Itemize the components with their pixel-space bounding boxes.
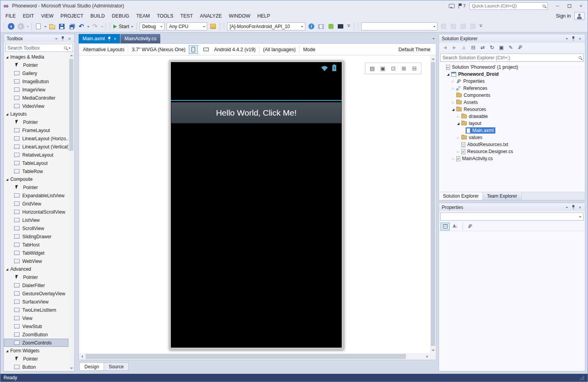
properties-icon[interactable] bbox=[516, 43, 524, 52]
toolbox-item-pointer[interactable]: Pointer bbox=[4, 355, 68, 363]
close-button[interactable]: × bbox=[575, 2, 587, 10]
zoom-in-icon[interactable]: ⊞ bbox=[400, 64, 408, 73]
scrollbar-thumb[interactable] bbox=[431, 62, 435, 346]
toolbox-item-zoombutton[interactable]: ZoomButton bbox=[4, 330, 68, 339]
menu-debug[interactable]: DEBUG bbox=[108, 12, 133, 20]
scroll-up-icon[interactable] bbox=[430, 56, 436, 62]
expander-icon[interactable]: ▷ bbox=[456, 150, 461, 154]
menu-window[interactable]: WINDOW bbox=[225, 12, 254, 20]
window-position-icon[interactable] bbox=[53, 36, 59, 41]
toolbox-item-gallery[interactable]: Gallery bbox=[4, 69, 68, 77]
toolbar-overflow-button[interactable] bbox=[478, 22, 484, 31]
toolbox-item-scrollview[interactable]: ScrollView bbox=[4, 224, 68, 232]
device-log-button[interactable] bbox=[336, 22, 345, 31]
menu-file[interactable]: FILE bbox=[2, 12, 19, 20]
new-file-dropdown[interactable] bbox=[43, 22, 47, 31]
tree-item-phoneword-droid[interactable]: ◢Phoneword_Droid bbox=[439, 71, 585, 78]
undo-dropdown[interactable] bbox=[86, 22, 90, 31]
toolbox-item-tabwidget[interactable]: TabWidget bbox=[4, 249, 68, 257]
toolbox-category-form-widgets[interactable]: ◢Form Widgets bbox=[4, 347, 68, 355]
pin-icon[interactable] bbox=[570, 36, 577, 41]
android-device-preview[interactable]: Hello World, Click Me! bbox=[169, 60, 344, 350]
expander-icon[interactable]: ▷ bbox=[456, 115, 461, 118]
tree-item-references[interactable]: ▷References bbox=[439, 85, 585, 92]
redo-dropdown[interactable] bbox=[100, 22, 104, 31]
open-file-button[interactable] bbox=[47, 22, 57, 31]
tree-item-resources[interactable]: ◢Resources bbox=[439, 106, 585, 113]
editor-horizontal-scrollbar[interactable] bbox=[79, 353, 430, 360]
start-debug-button[interactable]: Start bbox=[112, 24, 134, 29]
toolbox-item-zoomcontrols[interactable]: ZoomControls bbox=[4, 339, 68, 347]
toolbox-item-relativelayout[interactable]: RelativeLayout bbox=[4, 151, 68, 159]
resize-grip[interactable] bbox=[580, 375, 584, 380]
navigate-dropdown[interactable] bbox=[26, 22, 29, 31]
solution-explorer-search[interactable] bbox=[440, 54, 584, 62]
menu-test[interactable]: TEST bbox=[177, 12, 196, 20]
window-position-icon[interactable] bbox=[563, 36, 570, 41]
thumbnail-view-icon[interactable]: ▣ bbox=[378, 64, 387, 73]
expander-icon[interactable]: ▷ bbox=[451, 80, 455, 83]
mode-selector[interactable]: Mode bbox=[303, 47, 315, 52]
scroll-right-icon[interactable] bbox=[424, 353, 430, 360]
tree-item-layout[interactable]: ◢layout bbox=[439, 120, 585, 127]
toolbox-item-surfaceview[interactable]: SurfaceView bbox=[4, 298, 68, 306]
scrollbar-thumb[interactable] bbox=[69, 59, 74, 151]
view-code-icon[interactable]: ✎ bbox=[507, 43, 515, 52]
new-file-button[interactable] bbox=[34, 22, 43, 31]
tab-main-axml[interactable]: Main.axml × bbox=[79, 34, 120, 43]
tree-item-components[interactable]: Components bbox=[439, 92, 585, 99]
toolbox-category-images-media[interactable]: ◢Images & Media bbox=[4, 53, 68, 61]
attach-tool-button[interactable] bbox=[208, 22, 218, 31]
find-tool-button[interactable] bbox=[439, 22, 448, 31]
toolbox-item-mediacontroller[interactable]: MediaController bbox=[4, 94, 68, 102]
scroll-down-icon[interactable] bbox=[68, 365, 74, 371]
device-combo[interactable]: [A]-MonoForAndroid_API_10 bbox=[227, 22, 305, 30]
toolbox-item-imagebutton[interactable]: ImageButton bbox=[4, 77, 68, 86]
properties-object-input[interactable] bbox=[443, 214, 579, 220]
window-position-icon[interactable] bbox=[563, 204, 570, 210]
expander-icon[interactable]: ▷ bbox=[451, 87, 455, 90]
pin-icon[interactable] bbox=[570, 204, 577, 210]
tab-solution-explorer[interactable]: Solution Explorer bbox=[439, 192, 483, 200]
find-tool-button[interactable] bbox=[448, 22, 458, 31]
toolbox-search-input[interactable] bbox=[7, 45, 63, 51]
toolbox-item-pointer[interactable]: Pointer bbox=[4, 118, 68, 126]
toolbox-item-pointer[interactable]: Pointer bbox=[4, 183, 68, 191]
sync-with-active-document-icon[interactable]: ⇄ bbox=[479, 43, 487, 52]
toolbox-item-linearlayout-horizo[interactable]: LinearLayout (Horizo... bbox=[4, 134, 68, 143]
menu-tools[interactable]: TOOLS bbox=[153, 12, 177, 20]
scrollbar-thumb[interactable] bbox=[86, 354, 406, 359]
toolbar-grip[interactable] bbox=[4, 23, 4, 30]
undo-button[interactable] bbox=[77, 22, 86, 31]
document-list-dropdown-icon[interactable] bbox=[432, 38, 435, 41]
toolbox-item-button[interactable]: Button bbox=[4, 363, 68, 371]
close-icon[interactable]: × bbox=[114, 37, 116, 41]
menu-view[interactable]: VIEW bbox=[38, 12, 57, 20]
platform-combo[interactable]: Any CPU bbox=[167, 22, 207, 30]
landscape-orientation-button[interactable] bbox=[201, 45, 210, 54]
close-icon[interactable]: × bbox=[577, 36, 583, 41]
toolbox-item-twolinelistitem[interactable]: TwoLineListItem bbox=[4, 306, 68, 314]
scroll-left-icon[interactable] bbox=[79, 353, 85, 360]
find-tool-button[interactable] bbox=[458, 22, 468, 31]
toolbox-item-view[interactable]: View bbox=[4, 314, 68, 322]
toolbox-item-viewstub[interactable]: ViewStub bbox=[4, 322, 68, 330]
expander-icon[interactable]: ▷ bbox=[451, 101, 455, 104]
expander-icon[interactable]: ◢ bbox=[456, 122, 461, 125]
close-icon[interactable]: × bbox=[577, 204, 583, 210]
show-all-files-icon[interactable]: ▣ bbox=[497, 43, 506, 52]
tab-team-explorer[interactable]: Team Explorer bbox=[483, 192, 521, 200]
navigate-forward-button[interactable] bbox=[16, 22, 25, 31]
alternative-layouts-button[interactable]: Alternative Layouts bbox=[83, 47, 124, 52]
toolbox-item-imageview[interactable]: ImageView bbox=[4, 86, 68, 94]
design-surface[interactable]: ▤▣⊡⊞⊟ Hello World, Click Me! bbox=[79, 56, 430, 353]
toolbox-item-listview[interactable]: ListView bbox=[4, 216, 68, 224]
property-pages-button[interactable] bbox=[466, 223, 475, 230]
tree-item-solution-phoneword-1-project[interactable]: Solution 'Phoneword' (1 project) bbox=[439, 64, 585, 71]
zoom-out-icon[interactable]: ⊟ bbox=[410, 64, 419, 73]
device-selector[interactable]: 3.7" WVGA (Nexus One) bbox=[132, 47, 185, 52]
quick-launch-input[interactable] bbox=[472, 4, 543, 8]
find-combo[interactable] bbox=[361, 22, 437, 30]
navigate-backward-button[interactable] bbox=[6, 22, 16, 31]
info-button[interactable] bbox=[307, 22, 316, 31]
